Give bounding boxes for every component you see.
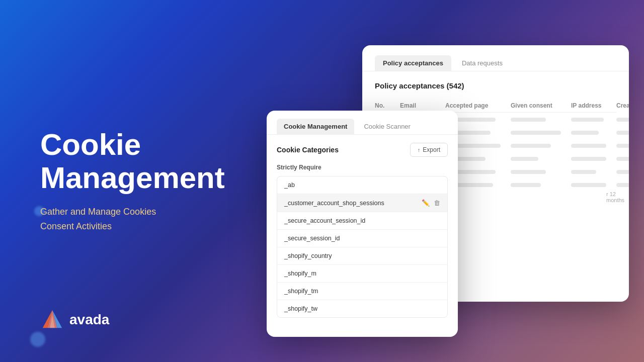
brand-logo: avada [40, 308, 109, 332]
list-item[interactable]: _shopify_country [277, 247, 447, 265]
col-ip-address: IP address [571, 102, 616, 109]
col-accepted-page: Accepted page [445, 102, 511, 109]
policy-heading: Policy acceptances (542) [375, 81, 616, 90]
policy-tabs-bar: Policy acceptances Data requests [362, 45, 629, 71]
skeleton-cell [616, 144, 629, 148]
cookie-body: Cookie Categories ↑ Export Strictly Requ… [267, 135, 458, 326]
cookie-header-row: Cookie Categories ↑ Export [277, 143, 448, 157]
skeleton-cell [571, 131, 599, 135]
delete-icon[interactable]: 🗑 [434, 199, 440, 207]
hero-title: Cookie Management [40, 128, 225, 195]
skeleton-cell [616, 157, 629, 161]
cookie-tabs-bar: Cookie Management Cookie Scanner [267, 111, 458, 135]
list-item[interactable]: _shopify_m [277, 265, 447, 283]
cookie-name: _shopify_m [284, 270, 316, 277]
skeleton-cell [571, 118, 604, 122]
skeleton-cell [511, 170, 546, 174]
cookie-categories-label: Cookie Categories [277, 146, 339, 154]
skeleton-cell [571, 144, 606, 148]
skeleton-cell [511, 144, 551, 148]
export-icon: ↑ [418, 147, 421, 153]
cookie-list: _ab _customer_account_shop_sessions ✏️ 🗑… [277, 176, 448, 318]
cookie-name: _shopify_tm [284, 288, 318, 295]
cookie-name: _secure_session_id [284, 235, 340, 242]
cookie-name: _shopify_country [284, 252, 332, 259]
skeleton-cell [511, 118, 546, 122]
list-item[interactable]: _shopify_tm [277, 283, 447, 300]
avada-logo-icon [40, 308, 64, 332]
list-item[interactable]: _customer_account_shop_sessions ✏️ 🗑 [277, 194, 447, 212]
export-button[interactable]: ↑ Export [410, 143, 448, 157]
skeleton-cell [571, 157, 606, 161]
orb-decoration-2 [30, 332, 45, 347]
hero-subtitle: Gather and Manage Cookies Consent Activi… [40, 205, 225, 234]
list-item[interactable]: _secure_session_id [277, 230, 447, 247]
col-email: Email [400, 102, 445, 109]
tab-cookie-scanner[interactable]: Cookie Scanner [357, 119, 418, 134]
avada-logo-text: avada [69, 312, 109, 328]
skeleton-cell [616, 118, 629, 122]
strictly-require-label: Strictly Require [277, 164, 448, 171]
col-given-consent: Given consent [511, 102, 571, 109]
cookie-name: _customer_account_shop_sessions [284, 200, 384, 207]
cookie-panel: Cookie Management Cookie Scanner Cookie … [267, 111, 458, 337]
skeleton-cell [571, 183, 606, 187]
skeleton-cell [616, 131, 629, 135]
skeleton-cell [511, 131, 561, 135]
tab-policy-acceptances[interactable]: Policy acceptances [375, 55, 451, 71]
tab-data-requests[interactable]: Data requests [454, 55, 511, 71]
cookie-name: _ab [284, 182, 295, 189]
col-created-at: Created at [616, 102, 629, 109]
export-label: Export [423, 146, 440, 153]
skeleton-cell [571, 170, 596, 174]
cookie-name: _shopify_tw [284, 305, 317, 312]
skeleton-cell [511, 157, 538, 161]
list-item[interactable]: _secure_account_session_id [277, 212, 447, 230]
cookie-name: _secure_account_session_id [284, 217, 365, 224]
cookie-actions: ✏️ 🗑 [422, 199, 440, 207]
skeleton-cell [616, 183, 629, 187]
col-no: No. [375, 102, 400, 109]
hero-text-area: Cookie Management Gather and Manage Cook… [40, 128, 225, 234]
skeleton-cell [616, 170, 629, 174]
edit-icon[interactable]: ✏️ [422, 199, 430, 207]
tab-cookie-management[interactable]: Cookie Management [277, 119, 354, 134]
skeleton-cell [511, 183, 541, 187]
list-item[interactable]: _ab [277, 176, 447, 194]
list-item[interactable]: _shopify_tw [277, 300, 447, 317]
